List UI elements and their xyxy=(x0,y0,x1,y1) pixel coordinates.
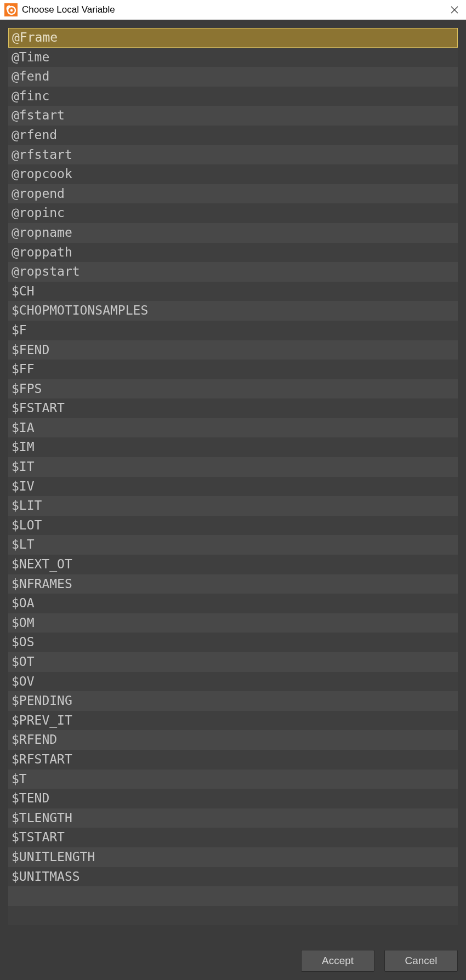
list-item[interactable]: $OT xyxy=(8,652,458,672)
list-item[interactable]: $LIT xyxy=(8,496,458,516)
list-item[interactable]: $TSTART xyxy=(8,828,458,847)
list-item[interactable]: $F xyxy=(8,321,458,340)
list-item-empty xyxy=(8,906,458,926)
list-item[interactable]: $PENDING xyxy=(8,691,458,711)
list-item[interactable]: $TLENGTH xyxy=(8,808,458,828)
list-item[interactable]: $IM xyxy=(8,437,458,457)
list-item[interactable]: $CHOPMOTIONSAMPLES xyxy=(8,301,458,321)
list-item[interactable]: $IV xyxy=(8,477,458,497)
list-item[interactable]: $RFEND xyxy=(8,730,458,750)
list-item[interactable]: @ropinc xyxy=(8,203,458,223)
list-item[interactable]: $FEND xyxy=(8,340,458,360)
list-item[interactable]: $IT xyxy=(8,457,458,477)
list-item[interactable]: @finc xyxy=(8,87,458,106)
list-item[interactable]: $OV xyxy=(8,672,458,692)
list-item[interactable]: $UNITMASS xyxy=(8,867,458,887)
list-item[interactable]: @ropcook xyxy=(8,164,458,184)
list-item[interactable]: @Frame xyxy=(8,28,458,48)
list-item[interactable]: @rfend xyxy=(8,126,458,145)
accept-button[interactable]: Accept xyxy=(301,950,374,972)
list-item[interactable]: @fstart xyxy=(8,106,458,126)
houdini-icon xyxy=(4,3,18,16)
list-item[interactable]: @roppath xyxy=(8,243,458,263)
list-item[interactable]: $IA xyxy=(8,418,458,438)
list-item[interactable]: $OS xyxy=(8,633,458,652)
list-item[interactable]: $UNITLENGTH xyxy=(8,847,458,867)
list-item[interactable]: $FPS xyxy=(8,379,458,399)
list-item[interactable]: @ropend xyxy=(8,184,458,204)
list-item[interactable]: $FSTART xyxy=(8,398,458,418)
list-item[interactable]: @ropstart xyxy=(8,262,458,282)
list-item[interactable]: $OM xyxy=(8,613,458,633)
list-item[interactable]: $T xyxy=(8,770,458,789)
svg-point-2 xyxy=(10,9,13,12)
variable-list[interactable]: @Frame@Time@fend@finc@fstart@rfend@rfsta… xyxy=(8,28,458,937)
list-item[interactable]: $LT xyxy=(8,535,458,555)
list-item[interactable]: $NFRAMES xyxy=(8,574,458,594)
close-icon[interactable] xyxy=(448,4,461,16)
button-bar: Accept Cancel xyxy=(0,942,466,980)
list-item[interactable]: $CH xyxy=(8,282,458,301)
list-item[interactable]: @ropname xyxy=(8,223,458,243)
list-item[interactable]: $FF xyxy=(8,360,458,379)
list-item[interactable]: $NEXT_OT xyxy=(8,555,458,574)
list-item[interactable]: $RFSTART xyxy=(8,750,458,770)
window-title: Choose Local Variable xyxy=(22,4,115,15)
list-item[interactable]: $OA xyxy=(8,594,458,613)
list-item[interactable]: $TEND xyxy=(8,789,458,808)
list-item[interactable]: $PREV_IT xyxy=(8,711,458,731)
dialog-body: @Frame@Time@fend@finc@fstart@rfend@rfsta… xyxy=(0,20,466,942)
list-item-empty xyxy=(8,886,458,906)
list-item[interactable]: @fend xyxy=(8,67,458,87)
list-item[interactable]: @Time xyxy=(8,48,458,67)
titlebar: Choose Local Variable xyxy=(0,0,466,20)
list-item[interactable]: $LOT xyxy=(8,516,458,535)
list-item[interactable]: @rfstart xyxy=(8,145,458,165)
cancel-button[interactable]: Cancel xyxy=(384,950,458,972)
